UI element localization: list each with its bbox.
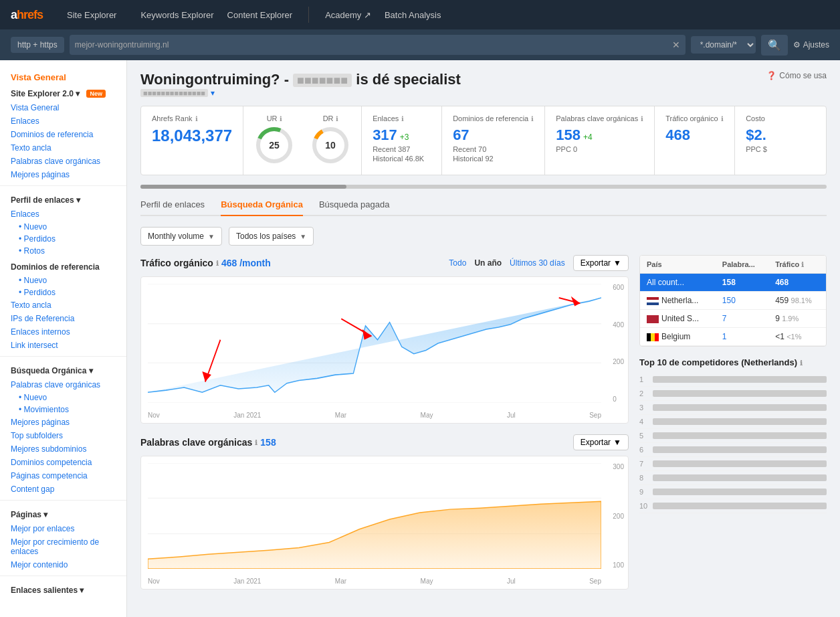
keywords-section-info-icon[interactable]: ℹ (255, 439, 257, 446)
competitor-item-9[interactable]: 9 (639, 485, 827, 499)
nav-site-explorer[interactable]: Site Explorer (56, 0, 127, 29)
how-to-use[interactable]: ❓ Cómo se usa (766, 71, 827, 80)
sidebar-group-perfil-enlaces[interactable]: Perfil de enlaces ▾ (0, 190, 126, 207)
ur-info-icon[interactable]: ℹ (280, 115, 282, 122)
sidebar-group-dominios-ref[interactable]: Dominios de referencia (0, 257, 126, 274)
y-label-600: 600 (613, 284, 624, 291)
sidebar-item-mejores-paginas-2[interactable]: Mejores páginas (0, 416, 126, 429)
competitor-item-7[interactable]: 7 (639, 457, 827, 471)
sidebar-item-mejores-subdominios[interactable]: Mejores subdominios (0, 442, 126, 456)
scrollbar-thumb[interactable] (140, 185, 346, 189)
country-filter-dropdown[interactable]: Todos los países ▼ (229, 227, 314, 246)
settings-label: Ajustes (803, 40, 829, 50)
sidebar-item-mejores-paginas[interactable]: Mejores páginas (0, 168, 126, 181)
country-row-us[interactable]: United S... 7 9 1.9% (640, 310, 826, 328)
nav-keywords-explorer[interactable]: Keywords Explorer (140, 10, 213, 20)
competitor-item-2[interactable]: 2 (639, 387, 827, 401)
sidebar-item-mejor-crecimiento[interactable]: Mejor por crecimiento de enlaces (0, 535, 126, 558)
competitors-info-icon[interactable]: ℹ (800, 359, 803, 367)
competitor-item-4[interactable]: 4 (639, 415, 827, 429)
sidebar-item-nuevo-1[interactable]: • Nuevo (0, 221, 126, 233)
metric-ahrefs-rank: Ahrefs Rank ℹ 18,043,377 (141, 106, 243, 175)
horizontal-scrollbar[interactable] (140, 185, 827, 189)
keywords-chart-y-labels: 300 200 100 (613, 463, 624, 569)
palabras-clave-info-icon[interactable]: ℹ (641, 115, 643, 122)
sidebar-item-perdidos-2[interactable]: • Perdidos (0, 286, 126, 298)
comp-link-blurred-5 (653, 432, 827, 439)
traffic-section-info-icon[interactable]: ℹ (216, 260, 219, 267)
competitor-item-8[interactable]: 8 (639, 471, 827, 485)
time-btn-todo[interactable]: Todo (449, 258, 466, 268)
export-button-traffic[interactable]: Exportar ▼ (573, 255, 629, 271)
sidebar-item-content-gap[interactable]: Content gap (0, 482, 126, 496)
sidebar-item-dominios-referencia[interactable]: Dominios de referencia (0, 128, 126, 141)
sidebar-item-paginas-competencia[interactable]: Páginas competencia (0, 469, 126, 482)
tab-busqueda-pagada[interactable]: Búsqueda pagada (319, 194, 390, 216)
protocol-button[interactable]: http + https (11, 37, 64, 53)
sidebar-item-palabras-clave[interactable]: Palabras clave orgánicas (0, 155, 126, 168)
nl-keywords-link[interactable]: 150 (722, 296, 736, 305)
top-navigation: ahrefs Site Explorer Keywords Explorer C… (0, 0, 840, 29)
trafico-info-icon[interactable]: ℹ (721, 115, 724, 122)
sidebar-item-palabras-clave-2[interactable]: Palabras clave orgánicas (0, 378, 126, 391)
competitor-item-5[interactable]: 5 (639, 429, 827, 443)
country-row-be[interactable]: Belgium 1 <1 <1% (640, 328, 826, 346)
logo[interactable]: ahrefs (11, 8, 43, 22)
settings-button[interactable]: ⚙ Ajustes (793, 40, 829, 50)
export-button-keywords[interactable]: Exportar ▼ (573, 434, 629, 450)
sidebar-item-nuevo-2[interactable]: • Nuevo (0, 274, 126, 286)
sidebar-group-busqueda-organica[interactable]: Búsqueda Orgánica ▾ (0, 361, 126, 378)
sidebar-item-dominios-competencia[interactable]: Dominios competencia (0, 456, 126, 469)
sidebar-item-rotos[interactable]: • Rotos (0, 245, 126, 257)
site-url[interactable]: ■■■■■■■■■■■■■■ ▾ (140, 88, 461, 98)
domain-mode-select[interactable]: *.domain/* exact URL domain/* (691, 36, 756, 54)
y-label-200: 200 (613, 358, 624, 365)
time-btn-un-ano[interactable]: Un año (474, 258, 502, 268)
sidebar: Vista General Site Explorer 2.0 ▾ New Vi… (0, 60, 127, 617)
sidebar-group-enlaces-salientes[interactable]: Enlaces salientes ▾ (0, 580, 126, 598)
country-row-all[interactable]: All count... 158 468 (640, 274, 826, 292)
tab-busqueda-organica[interactable]: Búsqueda Orgánica (221, 194, 303, 216)
sidebar-item-enlaces[interactable]: Enlaces (0, 114, 126, 128)
nav-batch-analysis[interactable]: Batch Analysis (385, 10, 441, 20)
clear-icon[interactable]: ✕ (672, 39, 680, 50)
volume-filter-dropdown[interactable]: Monthly volume ▼ (140, 227, 222, 246)
sidebar-divider-1 (0, 185, 126, 186)
sidebar-item-ips-referencia[interactable]: IPs de Referencia (0, 312, 126, 325)
sidebar-item-perdidos-1[interactable]: • Perdidos (0, 233, 126, 245)
competitor-item-6[interactable]: 6 (639, 443, 827, 457)
trafico-header-info[interactable]: ℹ (801, 261, 804, 268)
search-button[interactable]: 🔍 (761, 35, 788, 56)
sidebar-item-enlaces-internos[interactable]: Enlaces internos (0, 325, 126, 339)
be-keywords-link[interactable]: 1 (722, 332, 727, 341)
dominios-ref-info-icon[interactable]: ℹ (531, 115, 534, 122)
ahrefs-rank-info-icon[interactable]: ℹ (195, 115, 198, 122)
sidebar-item-enlaces-2[interactable]: Enlaces (0, 207, 126, 221)
site-url-arrow[interactable]: ▾ (211, 88, 215, 98)
competitor-item-1[interactable]: 1 (639, 373, 827, 387)
competitor-item-10[interactable]: 10 (639, 499, 827, 513)
sidebar-item-link-intersect[interactable]: Link intersect (0, 339, 126, 352)
competitor-item-3[interactable]: 3 (639, 401, 827, 415)
enlaces-value: 317 (373, 126, 397, 144)
sidebar-item-top-subfolders[interactable]: Top subfolders (0, 429, 126, 442)
sidebar-item-mejor-contenido[interactable]: Mejor contenido (0, 558, 126, 571)
country-row-nl[interactable]: Netherla... 150 459 98.1% (640, 292, 826, 310)
time-btn-ultimos-30[interactable]: Últimos 30 días (510, 258, 565, 268)
country-nl-traffic: 459 98.1% (768, 292, 826, 310)
export-label-keywords: Exportar (581, 438, 611, 447)
tab-perfil-enlaces[interactable]: Perfil de enlaces (140, 194, 205, 216)
sidebar-item-texto-ancla-2[interactable]: Texto ancla (0, 298, 126, 312)
sidebar-item-mejor-enlaces[interactable]: Mejor por enlaces (0, 522, 126, 535)
sidebar-item-movimientos[interactable]: • Movimientos (0, 404, 126, 416)
enlaces-info-icon[interactable]: ℹ (401, 115, 404, 122)
us-keywords-link[interactable]: 7 (722, 314, 727, 323)
dr-info-icon[interactable]: ℹ (336, 115, 338, 122)
sidebar-item-vista-general[interactable]: Vista General (0, 101, 126, 114)
url-input[interactable] (75, 40, 672, 50)
sidebar-item-nuevo-3[interactable]: • Nuevo (0, 391, 126, 404)
sidebar-item-texto-ancla[interactable]: Texto ancla (0, 141, 126, 155)
sidebar-group-paginas[interactable]: Páginas ▾ (0, 505, 126, 522)
nav-academy[interactable]: Academy ↗ (325, 10, 371, 20)
nav-content-explorer[interactable]: Content Explorer (227, 10, 293, 20)
